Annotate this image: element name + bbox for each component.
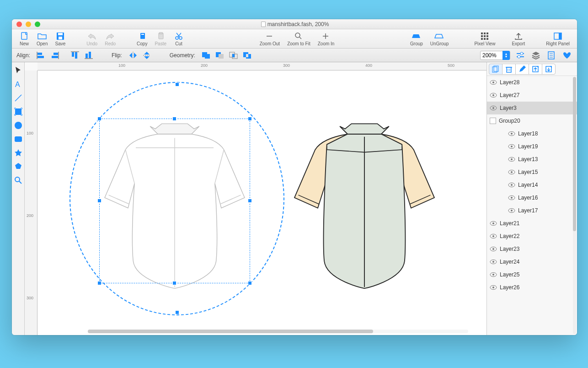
- layer-export-button[interactable]: [529, 64, 542, 75]
- handle-e[interactable]: [248, 199, 252, 203]
- layer-item[interactable]: Layer21: [487, 217, 577, 230]
- handle-w[interactable]: [97, 199, 102, 203]
- ellipse-tool[interactable]: [13, 120, 24, 131]
- text-tool[interactable]: A: [13, 79, 24, 90]
- panel-heart-icon[interactable]: [561, 51, 572, 60]
- layer-item[interactable]: Layer24: [487, 255, 577, 268]
- cut-button[interactable]: Cut: [170, 31, 187, 47]
- visibility-toggle[interactable]: [508, 181, 515, 189]
- right-panel-button[interactable]: Right Panel: [542, 31, 573, 47]
- flip-vertical-icon[interactable]: [141, 51, 152, 60]
- visibility-toggle[interactable]: [508, 130, 515, 137]
- export-button[interactable]: Export: [508, 31, 529, 47]
- visibility-toggle[interactable]: [490, 284, 497, 291]
- handle-s[interactable]: [172, 281, 176, 285]
- canvas[interactable]: [37, 70, 486, 335]
- layer-item[interactable]: Layer16: [487, 191, 577, 204]
- align-top-icon[interactable]: [69, 51, 80, 60]
- layer-item[interactable]: Layer3: [487, 102, 577, 114]
- layer-item[interactable]: Layer27: [487, 89, 577, 102]
- new-button[interactable]: New: [16, 31, 33, 47]
- layer-item[interactable]: Layer17: [487, 204, 577, 217]
- visibility-toggle[interactable]: [508, 194, 515, 201]
- visibility-toggle[interactable]: [490, 220, 497, 227]
- zoom-stepper-icon[interactable]: ▲▼: [502, 51, 510, 60]
- layer-item[interactable]: Layer14: [487, 179, 577, 191]
- zoom-tool[interactable]: [13, 175, 24, 186]
- layer-item[interactable]: Layer26: [487, 281, 577, 294]
- zoom-select[interactable]: ▲▼: [480, 51, 510, 60]
- open-button[interactable]: Open: [33, 31, 51, 47]
- layer-delete-button[interactable]: [502, 64, 516, 75]
- visibility-toggle[interactable]: [490, 79, 497, 86]
- layer-item[interactable]: Group20: [487, 114, 577, 127]
- circle-handle-n[interactable]: [175, 82, 179, 87]
- geometry-subtract-icon[interactable]: [214, 51, 225, 60]
- zoom-fit-button[interactable]: Zoom to Fit: [283, 31, 314, 47]
- shirt-colored[interactable]: [287, 119, 442, 294]
- line-tool[interactable]: [13, 92, 24, 103]
- svg-point-98: [511, 184, 513, 186]
- pixel-view-button[interactable]: Pixel View: [470, 31, 499, 47]
- layers-scrollbar[interactable]: [573, 77, 576, 334]
- panel-document-icon[interactable]: [546, 51, 557, 60]
- layer-item[interactable]: Layer22: [487, 230, 577, 243]
- zoom-input[interactable]: [481, 52, 502, 59]
- visibility-toggle[interactable]: [490, 271, 497, 278]
- handle-n[interactable]: [172, 117, 176, 121]
- rectangle-tool[interactable]: [13, 106, 24, 117]
- handle-nw[interactable]: [97, 117, 102, 121]
- visibility-toggle[interactable]: [508, 156, 515, 163]
- align-left-icon[interactable]: [36, 51, 47, 60]
- layer-item[interactable]: Layer23: [487, 243, 577, 255]
- align-bottom-icon[interactable]: [83, 51, 94, 60]
- layer-copy-button[interactable]: [489, 64, 502, 75]
- minimize-button[interactable]: [26, 22, 31, 27]
- layer-item[interactable]: Layer25: [487, 268, 577, 281]
- rounded-rect-tool[interactable]: [13, 134, 24, 145]
- layer-name: Layer17: [518, 207, 538, 214]
- visibility-toggle[interactable]: [490, 92, 497, 99]
- layer-item[interactable]: Layer19: [487, 140, 577, 153]
- visibility-toggle[interactable]: [490, 258, 497, 265]
- layer-item[interactable]: Layer18: [487, 127, 577, 140]
- layer-item[interactable]: Layer15: [487, 166, 577, 179]
- layer-edit-button[interactable]: [515, 64, 529, 75]
- polygon-tool[interactable]: [13, 161, 24, 172]
- undo-button[interactable]: Undo: [83, 31, 101, 47]
- paste-button[interactable]: Paste: [151, 31, 170, 47]
- geometry-union-icon[interactable]: [201, 51, 212, 60]
- handle-se[interactable]: [248, 281, 252, 285]
- flip-horizontal-icon[interactable]: [128, 51, 139, 60]
- save-button[interactable]: Save: [51, 31, 69, 47]
- copy-button[interactable]: Copy: [133, 31, 151, 47]
- zoom-in-button[interactable]: Zoom In: [314, 31, 338, 47]
- maximize-button[interactable]: [35, 22, 40, 27]
- visibility-toggle[interactable]: [490, 233, 497, 240]
- visibility-toggle[interactable]: [490, 245, 497, 253]
- visibility-toggle[interactable]: [508, 168, 515, 176]
- circle-handle-s[interactable]: [175, 310, 179, 314]
- visibility-toggle[interactable]: [508, 143, 515, 150]
- ungroup-button[interactable]: UnGroup: [427, 31, 453, 47]
- visibility-toggle[interactable]: [508, 207, 515, 214]
- handle-ne[interactable]: [248, 117, 252, 121]
- select-tool[interactable]: [13, 65, 24, 76]
- panel-adjust-icon[interactable]: [515, 51, 526, 60]
- visibility-toggle[interactable]: [490, 104, 497, 112]
- horizontal-scrollbar[interactable]: [88, 330, 468, 333]
- star-tool[interactable]: [13, 147, 24, 158]
- handle-sw[interactable]: [97, 281, 102, 285]
- layer-item[interactable]: Layer13: [487, 153, 577, 166]
- layer-item[interactable]: Layer28: [487, 76, 577, 89]
- align-right-icon[interactable]: [49, 51, 60, 60]
- group-button[interactable]: Group: [406, 31, 427, 47]
- close-button[interactable]: [16, 22, 22, 27]
- layer-import-button[interactable]: [542, 64, 556, 75]
- svg-rect-30: [52, 56, 58, 58]
- geometry-exclude-icon[interactable]: [242, 51, 253, 60]
- panel-layers-icon[interactable]: [530, 51, 541, 60]
- redo-button[interactable]: Redo: [101, 31, 119, 47]
- zoom-out-button[interactable]: Zoom Out: [256, 31, 283, 47]
- geometry-intersect-icon[interactable]: [228, 51, 239, 60]
